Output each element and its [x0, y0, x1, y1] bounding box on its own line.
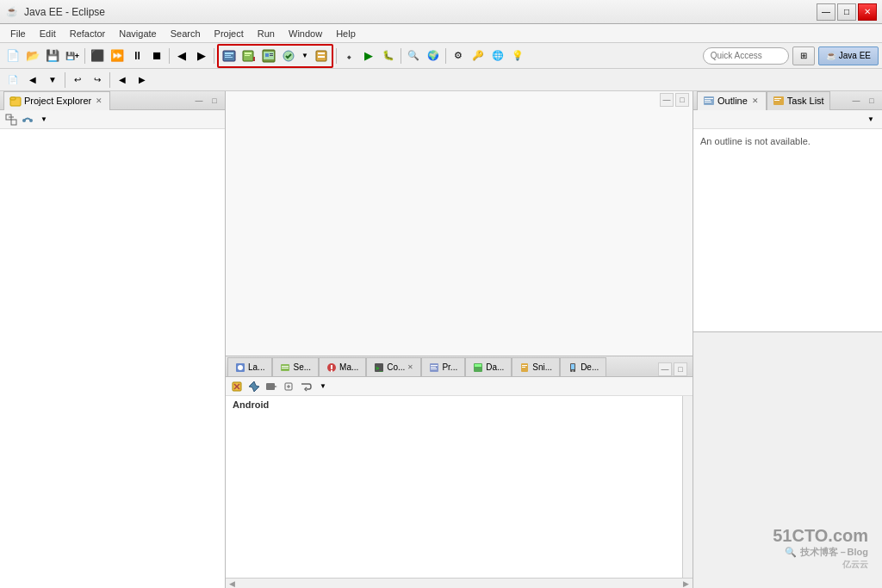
project-explorer-toolbar: ▼	[0, 110, 225, 129]
menu-edit[interactable]: Edit	[33, 27, 63, 40]
settings-btn[interactable]: ⚙	[449, 46, 468, 65]
editor-minimize-btn[interactable]: —	[660, 93, 674, 107]
deact-icon: ⬛	[90, 50, 104, 61]
back-btn[interactable]: ◀	[172, 46, 191, 65]
menu-window[interactable]: Window	[282, 27, 329, 40]
project-explorer-body[interactable]	[0, 129, 225, 588]
help-btn2[interactable]: 💡	[508, 46, 527, 65]
pause-btn[interactable]: ⏸	[127, 46, 146, 65]
tb2-new-btn[interactable]: 📄	[3, 71, 22, 90]
horizontal-scrollbar[interactable]: ◀ ▶	[226, 578, 693, 588]
tb2-undo-btn[interactable]: ↩	[68, 71, 87, 90]
bottom-minimize-btn[interactable]: —	[658, 362, 672, 376]
editor-maximize-btn[interactable]: □	[675, 93, 689, 107]
pin-btn[interactable]	[246, 379, 262, 394]
menu-file[interactable]: File	[3, 27, 33, 40]
toolbar-left: 📄 📂 💾 💾+ ⬛ ⏩ ⏸ ⏹ ◀ ▶ ▼	[3, 44, 703, 68]
sep4	[336, 48, 337, 64]
link-with-editor-btn[interactable]	[20, 112, 35, 127]
save-all-btn[interactable]: 💾+	[63, 46, 82, 65]
launch-btn[interactable]: ⬥	[339, 46, 358, 65]
h-btn4[interactable]	[279, 46, 298, 65]
save-btn[interactable]: 💾	[43, 46, 62, 65]
tb2-next-btn[interactable]: ▶	[133, 71, 152, 90]
title-bar: ☕ Java EE - Eclipse — □ ✕	[0, 0, 882, 24]
new-file-btn[interactable]: 📄	[3, 46, 22, 65]
h-icon1	[222, 49, 236, 63]
tab-servers[interactable]: Se...	[272, 357, 319, 376]
menu-run[interactable]: Run	[251, 27, 282, 40]
h-btn3[interactable]	[259, 46, 278, 65]
word-wrap-btn[interactable]	[298, 379, 314, 394]
key-btn[interactable]: 🔑	[469, 46, 488, 65]
servers-tab-icon	[280, 362, 290, 373]
menu-help[interactable]: Help	[329, 27, 363, 40]
tab-markers[interactable]: Ma...	[319, 357, 366, 376]
open-btn[interactable]: 📂	[23, 46, 42, 65]
web-icon: 🌐	[492, 50, 504, 61]
quick-access-input[interactable]	[703, 47, 789, 65]
tb2-prev-btn[interactable]: ◀	[113, 71, 132, 90]
step-btn[interactable]: ⏩	[108, 46, 127, 65]
fwd-btn[interactable]: ▶	[192, 46, 211, 65]
outline-close[interactable]: ✕	[750, 96, 761, 105]
java-ee-perspective-btn[interactable]: ☕ Java EE	[818, 46, 879, 65]
perspective-icon-btn[interactable]: ⊞	[792, 46, 815, 65]
task-list-tab[interactable]: Task List	[767, 91, 830, 110]
tab-console[interactable]: >_ Co... ✕	[366, 357, 421, 376]
bottom-maximize-btn[interactable]: □	[674, 362, 687, 376]
tab-devices[interactable]: De...	[560, 357, 606, 376]
deactivate-btn[interactable]: ⬛	[88, 46, 107, 65]
project-explorer-close[interactable]: ✕	[94, 96, 104, 105]
outline-tab[interactable]: Outline ✕	[697, 91, 767, 110]
open-console-btn[interactable]	[264, 379, 279, 394]
tb2-back-btn[interactable]: ◀	[23, 71, 42, 90]
debug-run-btn[interactable]: 🐛	[379, 46, 398, 65]
sep2	[169, 48, 170, 64]
editor-area[interactable]: — □	[226, 91, 693, 356]
h-btn2[interactable]	[239, 46, 258, 65]
globe-btn[interactable]: 🌍	[424, 46, 443, 65]
h-btn5[interactable]: ▼	[299, 46, 311, 65]
maximize-btn[interactable]: □	[837, 3, 856, 21]
outline-view-menu-btn[interactable]: ▼	[863, 112, 879, 127]
collapse-all-btn[interactable]	[3, 112, 19, 127]
scroll-lock-btn[interactable]	[281, 379, 296, 394]
tab-snippets[interactable]: Sni...	[512, 357, 560, 376]
bottom-viewmenu-btn[interactable]: ▼	[315, 379, 331, 394]
bottom-panel: La... Se... Ma... >_ Co... ✕ Pr...	[226, 356, 693, 588]
menu-search[interactable]: Search	[164, 27, 208, 40]
bottom-panel-body[interactable]: Android ◀ ▶	[226, 396, 693, 588]
vertical-scrollbar[interactable]	[682, 396, 693, 588]
minimize-btn[interactable]: —	[817, 3, 835, 21]
outline-maximize-btn[interactable]: □	[865, 94, 879, 108]
tab-launch[interactable]: La...	[227, 357, 272, 376]
h-btn6[interactable]	[312, 46, 331, 65]
tb2-redo-btn[interactable]: ↪	[88, 71, 107, 90]
panel-maximize-btn[interactable]: □	[208, 94, 221, 108]
stop-btn[interactable]: ⏹	[147, 46, 166, 65]
menu-project[interactable]: Project	[208, 27, 251, 40]
sep7	[65, 72, 65, 88]
scroll-right-btn[interactable]: ▶	[683, 579, 689, 588]
project-explorer-tab[interactable]: Project Explorer ✕	[3, 91, 110, 110]
tb2-dropdown-btn[interactable]: ▼	[43, 71, 62, 90]
search-btn[interactable]: 🔍	[404, 46, 423, 65]
tab-properties[interactable]: Pr...	[421, 357, 465, 376]
pause-icon: ⏸	[132, 50, 143, 61]
tab-data[interactable]: Da...	[465, 357, 512, 376]
panel-minimize-btn[interactable]: —	[192, 94, 206, 108]
run-btn[interactable]: ▶	[359, 46, 378, 65]
menu-refactor[interactable]: Refactor	[63, 27, 113, 40]
menu-navigate[interactable]: Navigate	[112, 27, 163, 40]
scroll-left-btn[interactable]: ◀	[229, 579, 235, 588]
clear-console-btn[interactable]	[229, 379, 245, 394]
console-tab-close[interactable]: ✕	[407, 363, 413, 371]
coffee-icon: ☕	[826, 51, 836, 60]
h-btn1[interactable]	[220, 46, 239, 65]
outline-minimize-btn[interactable]: —	[849, 94, 863, 108]
close-btn[interactable]: ✕	[858, 3, 877, 21]
web-btn[interactable]: 🌐	[488, 46, 507, 65]
back-icon: ◀	[177, 50, 186, 61]
view-menu-btn[interactable]: ▼	[36, 112, 52, 127]
